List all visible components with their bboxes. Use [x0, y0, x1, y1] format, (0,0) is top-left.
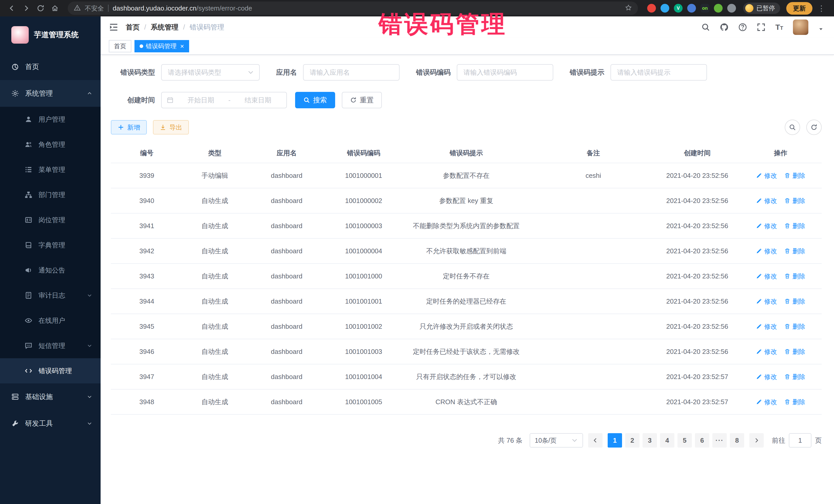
end-date-input[interactable]: 结束日期 — [235, 96, 281, 105]
page-button-6[interactable]: 6 — [695, 433, 709, 447]
page-button-3[interactable]: 3 — [642, 433, 657, 447]
table-row[interactable]: 3941自动生成dashboard1001000003不能删除类型为系统内置的参… — [111, 214, 822, 239]
help-icon[interactable] — [738, 23, 747, 31]
error-code-input[interactable] — [457, 64, 553, 81]
reset-button[interactable]: 重置 — [342, 92, 382, 108]
delete-button[interactable]: 删除 — [784, 347, 805, 356]
forward-button[interactable] — [20, 2, 33, 15]
add-button[interactable]: 新增 — [111, 120, 147, 134]
extension-on-badge-icon[interactable]: on — [701, 4, 709, 13]
breadcrumb-item[interactable]: 首页 — [126, 23, 139, 32]
edit-button[interactable]: 修改 — [756, 297, 777, 306]
edit-button[interactable]: 修改 — [756, 221, 777, 231]
column-header[interactable]: 创建时间 — [655, 143, 740, 163]
goto-page-input[interactable] — [789, 433, 811, 447]
search-button[interactable]: 搜索 — [295, 92, 335, 108]
tab-首页[interactable]: 首页 — [109, 40, 131, 52]
table-row[interactable]: 3946自动生成dashboard1001001003定时任务已经处于该状态，无… — [111, 339, 822, 365]
profile-paused-badge[interactable]: 已暂停 — [743, 3, 780, 14]
prev-page-button[interactable] — [588, 433, 602, 447]
table-row[interactable]: 3943自动生成dashboard1001001000定时任务不存在2021-0… — [111, 264, 822, 289]
user-avatar[interactable] — [793, 20, 808, 35]
font-size-icon[interactable]: TT — [775, 23, 783, 31]
next-page-button[interactable] — [749, 433, 764, 447]
extension-people-grid-icon[interactable] — [687, 4, 696, 13]
extension-blue-drop-icon[interactable] — [660, 4, 669, 13]
column-header[interactable]: 错误码提示 — [401, 143, 532, 163]
sidebar-toggle-icon[interactable] — [109, 22, 118, 32]
search-icon[interactable] — [701, 23, 710, 31]
fullscreen-icon[interactable] — [757, 23, 766, 31]
tab-错误码管理[interactable]: 错误码管理× — [134, 40, 189, 52]
error-type-select[interactable]: 请选择错误码类型 — [161, 64, 260, 81]
sidebar-item-system[interactable]: 系统管理 — [0, 80, 101, 107]
column-header[interactable]: 应用名 — [247, 143, 326, 163]
refresh-table-button[interactable] — [806, 119, 822, 135]
edit-button[interactable]: 修改 — [756, 271, 777, 281]
reload-button[interactable] — [34, 2, 47, 15]
table-row[interactable]: 3945自动生成dashboard1001001002只允许修改为开启或者关闭状… — [111, 314, 822, 339]
address-bar[interactable]: 不安全 dashboard.yudao.iocoder.cn/system/er… — [68, 2, 638, 15]
error-hint-input[interactable] — [611, 64, 707, 81]
sidebar-item-role[interactable]: 角色管理 — [0, 132, 101, 157]
edit-button[interactable]: 修改 — [756, 322, 777, 331]
table-row[interactable]: 3939手动编辑dashboard1001000001参数配置不存在ceshi2… — [111, 163, 822, 188]
sidebar-item-dept[interactable]: 部门管理 — [0, 182, 101, 207]
table-row[interactable]: 3942自动生成dashboard1001000004不允许获取敏感配置到前端2… — [111, 239, 822, 264]
delete-button[interactable]: 删除 — [784, 171, 805, 180]
logo[interactable]: 芋道管理系统 — [0, 17, 101, 53]
sidebar-item-menu[interactable]: 菜单管理 — [0, 157, 101, 182]
close-icon[interactable]: × — [180, 43, 184, 49]
app-name-input[interactable] — [303, 64, 399, 81]
extension-green-leaf-icon[interactable] — [714, 4, 723, 13]
delete-button[interactable]: 删除 — [784, 397, 805, 407]
edit-button[interactable]: 修改 — [756, 196, 777, 205]
sidebar-item-dict[interactable]: 字典管理 — [0, 233, 101, 258]
column-header[interactable]: 操作 — [740, 143, 822, 163]
sidebar-item-notice[interactable]: 通知公告 — [0, 258, 101, 283]
column-header[interactable]: 类型 — [183, 143, 247, 163]
breadcrumb-item[interactable]: 系统管理 — [151, 23, 179, 32]
edit-button[interactable]: 修改 — [756, 397, 777, 407]
back-button[interactable] — [5, 2, 19, 15]
table-row[interactable]: 3944自动生成dashboard1001001001定时任务的处理器已经存在2… — [111, 289, 822, 314]
sidebar-item-devtool[interactable]: 研发工具 — [0, 410, 101, 437]
sidebar-item-audit-log[interactable]: 审计日志 — [0, 283, 101, 308]
page-size-select[interactable]: 10条/页 — [530, 433, 583, 447]
delete-button[interactable]: 删除 — [784, 271, 805, 281]
delete-button[interactable]: 删除 — [784, 196, 805, 205]
page-button-4[interactable]: 4 — [660, 433, 674, 447]
column-header[interactable]: 编号 — [111, 143, 183, 163]
edit-button[interactable]: 修改 — [756, 347, 777, 356]
delete-button[interactable]: 删除 — [784, 322, 805, 331]
table-row[interactable]: 3940自动生成dashboard1001000002参数配置 key 重复20… — [111, 188, 822, 214]
export-button[interactable]: 导出 — [153, 120, 189, 134]
start-date-input[interactable]: 开始日期 — [178, 96, 224, 105]
home-button[interactable] — [48, 2, 62, 15]
bookmark-star-icon[interactable] — [625, 4, 632, 13]
sidebar-item-sms[interactable]: 短信管理 — [0, 333, 101, 358]
delete-button[interactable]: 删除 — [784, 372, 805, 381]
github-icon[interactable] — [720, 23, 728, 31]
table-row[interactable]: 3948自动生成dashboard1001001005CRON 表达式不正确20… — [111, 390, 822, 415]
page-button-1[interactable]: 1 — [608, 433, 622, 447]
extension-green-v-icon[interactable]: V — [674, 4, 683, 13]
page-ellipsis[interactable]: ··· — [712, 433, 727, 447]
table-row[interactable]: 3947自动生成dashboard1001001004只有开启状态的任务，才可以… — [111, 365, 822, 390]
sidebar-item-user[interactable]: 用户管理 — [0, 107, 101, 132]
sidebar-item-post[interactable]: 岗位管理 — [0, 207, 101, 233]
browser-menu-button[interactable]: ⋮ — [814, 4, 829, 13]
sidebar-item-infra[interactable]: 基础设施 — [0, 384, 101, 410]
edit-button[interactable]: 修改 — [756, 372, 777, 381]
sidebar-item-error-code[interactable]: 错误码管理 — [0, 358, 101, 384]
update-button[interactable]: 更新 — [786, 2, 812, 15]
edit-button[interactable]: 修改 — [756, 246, 777, 256]
page-button-8[interactable]: 8 — [730, 433, 744, 447]
delete-button[interactable]: 删除 — [784, 246, 805, 256]
delete-button[interactable]: 删除 — [784, 297, 805, 306]
chevron-down-icon[interactable] — [818, 24, 824, 30]
extension-puzzle-icon[interactable] — [727, 4, 736, 13]
page-button-5[interactable]: 5 — [678, 433, 692, 447]
extension-red-circle-icon[interactable] — [647, 4, 656, 13]
edit-button[interactable]: 修改 — [756, 171, 777, 180]
